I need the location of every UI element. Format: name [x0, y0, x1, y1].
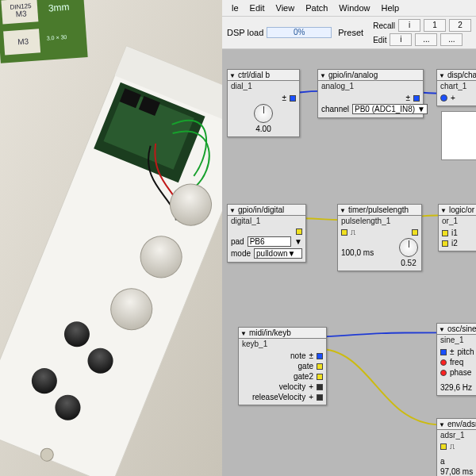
hardware-photo: DIN125 M3 3mm M3 3.0 × 30: [0, 0, 222, 476]
digital-out-port[interactable]: [296, 228, 302, 235]
node-chart[interactable]: disp/chart p chart_1 +: [436, 69, 476, 106]
dial-out-sym: ±: [282, 94, 287, 102]
node-digital[interactable]: gpio/in/digital digital_1 padPB6▼ modepu…: [227, 204, 306, 263]
sine-pitch-port[interactable]: [440, 349, 447, 355]
svg-text:M3: M3: [17, 36, 29, 46]
node-instance: chart_1: [437, 81, 476, 92]
node-header[interactable]: env/adsr: [437, 419, 476, 430]
patcher-app: le Edit View Patch Window Help DSP load …: [222, 0, 476, 476]
keyb-gate2-port[interactable]: [317, 374, 323, 380]
node-sine[interactable]: osc/sine sine_1 ±pitch freq phase 329,6 …: [436, 323, 476, 396]
sine-freq-label: freq: [450, 358, 463, 367]
recall-label: Recall: [373, 21, 395, 30]
keyb-note-port[interactable]: [317, 353, 323, 359]
chart-in-port[interactable]: [440, 94, 447, 102]
keyb-note-label: note: [290, 351, 305, 360]
node-instance: keyb_1: [239, 339, 326, 350]
sine-pitch-label: pitch: [458, 347, 474, 356]
edit-btn-i[interactable]: i: [390, 33, 412, 46]
edit-btn-more1[interactable]: ...: [415, 33, 437, 46]
chart-display: [441, 111, 476, 160]
keyb-gate-port[interactable]: [317, 363, 323, 370]
node-or[interactable]: logic/or 2 or_1 i1 i2: [438, 204, 476, 251]
sine-phase-label: phase: [450, 368, 471, 377]
dial-icon: [254, 104, 273, 123]
pad-label: pad: [231, 237, 244, 246]
node-instance: dial_1: [228, 81, 299, 92]
keyb-gate2-label: gate2: [294, 372, 313, 381]
dial-value: 4.00: [255, 125, 271, 133]
pulse-out-port[interactable]: [412, 229, 418, 236]
preset-label: Preset: [338, 28, 363, 37]
node-instance: adsr_1: [437, 430, 476, 441]
node-pulselength[interactable]: timer/pulselength pulselength_1 ⎍ 100,0 …: [337, 204, 422, 271]
sine-phase-port[interactable]: [440, 370, 447, 376]
pulse-in-port[interactable]: [341, 229, 347, 236]
node-header[interactable]: gpio/in/digital: [228, 205, 305, 216]
dial-icon: [399, 238, 418, 257]
keyb-rvel-label: releaseVelocity: [252, 393, 305, 401]
menu-file[interactable]: le: [227, 2, 244, 14]
node-adsr[interactable]: env/adsr adsr_1 ⎍ a 97,08 ms: [436, 418, 476, 476]
or-in1-port[interactable]: [442, 230, 448, 236]
analog-out-sym: ±: [406, 94, 411, 102]
adsr-a-value: 97,08 ms: [440, 467, 473, 476]
node-instance: or_1: [439, 216, 476, 227]
node-header[interactable]: osc/sine: [437, 324, 476, 335]
edit-btn-more2[interactable]: ...: [440, 33, 463, 46]
pulse-knob[interactable]: 0.52: [399, 238, 418, 267]
or-in2-label: i2: [451, 239, 458, 248]
sine-freq-port[interactable]: [440, 359, 447, 366]
node-header[interactable]: timer/pulselength: [338, 205, 421, 216]
menubar: le Edit View Patch Window Help: [222, 0, 476, 17]
dial-knob[interactable]: 4.00: [231, 104, 296, 133]
or-in1-label: i1: [451, 228, 458, 237]
node-instance: digital_1: [228, 216, 305, 227]
menu-help[interactable]: Help: [376, 2, 404, 14]
node-header[interactable]: ctrl/dial b: [228, 70, 299, 81]
keyb-rvel-port[interactable]: [317, 394, 323, 401]
menu-view[interactable]: View: [271, 2, 300, 14]
node-header[interactable]: gpio/in/analog: [318, 70, 423, 81]
keyb-vel-label: velocity: [279, 382, 305, 391]
adsr-in-port[interactable]: [440, 443, 447, 450]
node-header[interactable]: logic/or 2: [439, 205, 476, 216]
adsr-a-label: a: [440, 457, 445, 466]
node-instance: analog_1: [318, 81, 423, 92]
node-keyb[interactable]: midi/in/keyb keyb_1 note± gate gate2 vel…: [238, 327, 327, 405]
pad-select[interactable]: PB6: [248, 236, 291, 247]
mode-select[interactable]: pulldown▼: [254, 248, 302, 259]
recall-btn-i[interactable]: i: [398, 19, 420, 32]
recall-btn-2[interactable]: 2: [449, 19, 471, 32]
dsp-load-label: DSP load: [227, 28, 263, 37]
analog-out-port[interactable]: [413, 95, 420, 102]
node-header[interactable]: midi/in/keyb: [239, 328, 326, 339]
node-instance: sine_1: [437, 335, 476, 346]
sine-frequency: 329,6 Hz: [440, 383, 472, 392]
recall-btn-1[interactable]: 1: [424, 19, 446, 32]
toolbar: DSP load 0% Preset Recall i 1 2 Edit i .…: [222, 17, 476, 49]
edit-label: Edit: [373, 36, 386, 44]
patch-canvas[interactable]: ctrl/dial b dial_1 ± 4.00 gpio/in/analog…: [222, 49, 476, 476]
menu-patch[interactable]: Patch: [301, 2, 332, 14]
svg-text:3mm: 3mm: [48, 2, 70, 14]
node-analog[interactable]: gpio/in/analog analog_1 ± channelPB0 (AD…: [317, 69, 424, 118]
or-in2-port[interactable]: [442, 240, 448, 247]
dsp-load-meter: 0%: [267, 27, 332, 38]
node-dial[interactable]: ctrl/dial b dial_1 ± 4.00: [227, 69, 300, 137]
mode-label: mode: [231, 249, 251, 258]
channel-select[interactable]: PB0 (ADC1_IN8) ▼: [352, 104, 428, 114]
pulse-icon: ⎍: [351, 228, 355, 236]
node-instance: pulselength_1: [338, 216, 421, 227]
keyb-vel-port[interactable]: [317, 384, 323, 390]
pulse-ms: 100,0 ms: [341, 248, 374, 257]
pulse-value: 0.52: [401, 259, 416, 267]
menu-window[interactable]: Window: [334, 2, 374, 14]
keyb-gate-label: gate: [298, 362, 313, 370]
svg-text:M3: M3: [15, 9, 27, 18]
pulse-icon: ⎍: [450, 443, 455, 451]
menu-edit[interactable]: Edit: [245, 2, 270, 14]
node-header[interactable]: disp/chart p: [437, 70, 476, 81]
channel-label: channel: [321, 105, 349, 113]
dial-out-port[interactable]: [290, 95, 296, 102]
